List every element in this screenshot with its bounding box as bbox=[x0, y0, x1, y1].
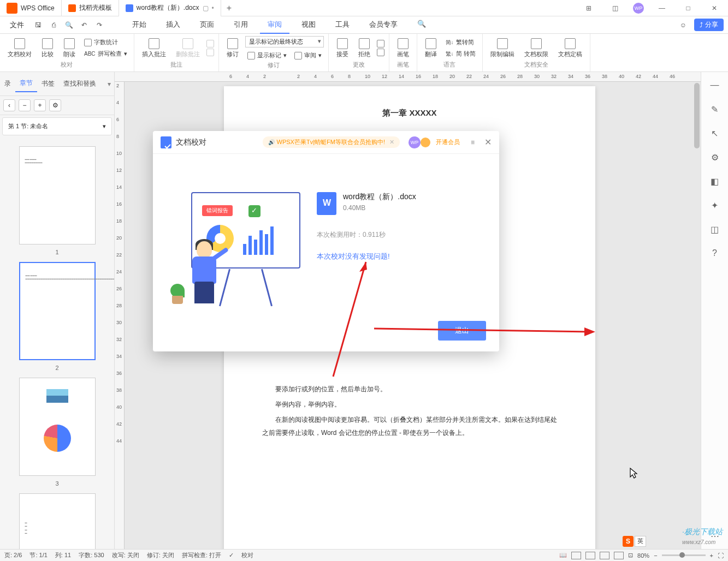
tab-start[interactable]: 开始 bbox=[125, 16, 154, 34]
next-change-icon[interactable] bbox=[377, 49, 384, 56]
reject-button[interactable]: 拒绝 bbox=[355, 37, 374, 59]
review-pane-button[interactable]: 审阅 ▾ bbox=[292, 50, 324, 61]
tab-reference[interactable]: 引用 bbox=[226, 16, 256, 34]
help-icon[interactable]: ? bbox=[708, 247, 721, 260]
edit-icon[interactable]: ✎ bbox=[708, 103, 721, 116]
share-button[interactable]: ⤴ 分享 bbox=[694, 19, 724, 31]
tools-icon[interactable]: ✦ bbox=[708, 199, 721, 212]
status-proof[interactable]: 校对 bbox=[241, 551, 253, 559]
fit-icon[interactable]: ⊡ bbox=[628, 552, 633, 559]
status-page[interactable]: 页: 2/6 bbox=[4, 551, 22, 559]
sidebar-prev-button[interactable]: ‹ bbox=[3, 99, 15, 111]
print-icon[interactable]: ⎙ bbox=[47, 19, 60, 32]
app-tab[interactable]: WPS Office bbox=[0, 0, 62, 16]
document-tab[interactable]: word教程（新）.docx ▢ • bbox=[119, 0, 221, 16]
close-button[interactable]: ✕ bbox=[706, 0, 723, 16]
book-icon[interactable]: 📖 bbox=[559, 552, 567, 559]
sidebar-chevron-icon[interactable]: ▾ bbox=[108, 80, 114, 88]
tab-menu-icon[interactable]: ▢ bbox=[203, 4, 209, 12]
thumbnail-page-3[interactable] bbox=[19, 378, 96, 476]
status-spell[interactable]: 拼写检查: 打开 bbox=[182, 551, 221, 559]
bookmark-icon[interactable]: ◫ bbox=[708, 223, 721, 236]
finalize-button[interactable]: 文档定稿 bbox=[555, 37, 585, 59]
exit-button[interactable]: 退出 bbox=[438, 321, 486, 341]
word-count-button[interactable]: 字数统计 bbox=[82, 37, 129, 47]
tab-tools[interactable]: 工具 bbox=[328, 16, 357, 34]
view-mode-4[interactable] bbox=[614, 552, 624, 559]
compare-button[interactable]: 比较 bbox=[38, 37, 57, 59]
modal-menu-icon[interactable]: ≡ bbox=[471, 139, 475, 146]
vertical-scrollbar[interactable] bbox=[694, 83, 700, 538]
new-tab-button[interactable]: + bbox=[221, 3, 237, 13]
translate-button[interactable]: 翻译 bbox=[422, 37, 440, 59]
vertical-ruler[interactable]: 2468101214161820222426283032343638404244 bbox=[115, 82, 125, 549]
doc-permission-button[interactable]: 文档权限 bbox=[521, 37, 552, 59]
redo-icon[interactable]: ↷ bbox=[93, 19, 106, 32]
collapse-icon[interactable]: — bbox=[708, 79, 721, 92]
tab-vip[interactable]: 会员专享 bbox=[362, 16, 405, 34]
save-icon[interactable]: 🖫 bbox=[32, 19, 45, 32]
sidebar-add-button[interactable]: + bbox=[34, 99, 46, 111]
revise-button[interactable]: 修订 bbox=[223, 37, 242, 59]
sidebar-settings-button[interactable]: ⚙ bbox=[49, 99, 61, 111]
status-words[interactable]: 字数: 530 bbox=[79, 551, 104, 559]
pen-button[interactable]: 画笔 bbox=[394, 37, 412, 59]
file-menu[interactable]: 文件 bbox=[4, 18, 29, 32]
status-revise[interactable]: 修订: 关闭 bbox=[147, 551, 174, 559]
view-mode-1[interactable] bbox=[571, 552, 581, 559]
select-icon[interactable]: ↖ bbox=[708, 127, 721, 140]
doc-check-button[interactable]: 文档校对 bbox=[4, 37, 35, 59]
settings-icon[interactable]: ⚙ bbox=[708, 151, 721, 164]
read-aloud-button[interactable]: 朗读 bbox=[60, 37, 79, 59]
vip-text[interactable]: 开通会员 bbox=[436, 138, 460, 146]
tab-close-icon[interactable]: • bbox=[212, 4, 214, 12]
insert-comment-button[interactable]: 插入批注 bbox=[139, 37, 169, 59]
restrict-edit-button[interactable]: 限制编辑 bbox=[487, 37, 518, 59]
undo-icon[interactable]: ↶ bbox=[78, 19, 91, 32]
cube-icon[interactable]: ◫ bbox=[607, 0, 623, 16]
maximize-button[interactable]: □ bbox=[680, 0, 696, 16]
thumbnail-page-1[interactable]: ▬▬ ▬▬▬▬▬▬▬▬▬▬▬ bbox=[19, 146, 96, 244]
tab-insert[interactable]: 插入 bbox=[158, 16, 188, 34]
to-traditional-button[interactable]: 简↓繁转简 bbox=[443, 37, 478, 47]
sidebar-tab-find[interactable]: 查找和替换 bbox=[59, 76, 100, 92]
fullscreen-icon[interactable]: ⛶ bbox=[718, 552, 724, 559]
view-mode-2[interactable] bbox=[585, 552, 595, 559]
status-spell-icon[interactable]: ✓ bbox=[229, 552, 234, 559]
to-simplified-button[interactable]: 繁↓简 转简 bbox=[443, 49, 478, 59]
show-markup-button[interactable]: 显示标记 ▾ bbox=[245, 50, 289, 61]
preview-icon[interactable]: 🔍 bbox=[62, 19, 75, 32]
sidebar-tab-sections[interactable]: 章节 bbox=[15, 75, 37, 92]
zoom-in-button[interactable]: + bbox=[710, 552, 713, 559]
minimize-button[interactable]: — bbox=[654, 0, 670, 16]
horizontal-ruler[interactable]: 6422468101214161820222426283032343638404… bbox=[115, 72, 701, 82]
layers-icon[interactable]: ◧ bbox=[708, 175, 721, 188]
tab-page[interactable]: 页面 bbox=[192, 16, 222, 34]
template-tab[interactable]: 找稻壳模板 bbox=[62, 0, 119, 16]
search-icon[interactable]: 🔍 bbox=[410, 16, 434, 34]
section-selector[interactable]: 第 1 节: 未命名 ▾ bbox=[2, 117, 112, 135]
zoom-out-button[interactable]: − bbox=[654, 552, 657, 559]
zoom-value[interactable]: 80% bbox=[637, 552, 649, 559]
accept-button[interactable]: 接受 bbox=[333, 37, 352, 59]
grid-icon[interactable]: ⊞ bbox=[581, 0, 597, 16]
thumbnail-page-2[interactable]: ▬▬ ▬▬▬▬▬▬▬▬▬▬▬▬▬▬▬▬▬▬▬▬▬▬▬▬▬▬▬▬▬▬▬▬▬▬▬▬▬… bbox=[19, 262, 96, 360]
sidebar-tab-toc[interactable]: 录 bbox=[0, 76, 15, 92]
smiley-icon[interactable]: ☺ bbox=[677, 19, 690, 32]
tab-review[interactable]: 审阅 bbox=[260, 16, 289, 34]
zoom-slider[interactable] bbox=[662, 554, 706, 556]
status-col[interactable]: 列: 11 bbox=[55, 551, 71, 559]
view-mode-3[interactable] bbox=[600, 552, 609, 559]
user-avatar[interactable]: WP bbox=[633, 3, 644, 14]
prev-change-icon[interactable] bbox=[377, 40, 384, 47]
spell-check-button[interactable]: ABC拼写检查 ▾ bbox=[82, 49, 129, 59]
display-state-select[interactable]: 显示标记的最终状态 bbox=[245, 36, 324, 47]
thumbnail-page-4[interactable]: ▬▬▬▬ bbox=[19, 493, 96, 549]
modal-avatar[interactable]: WP bbox=[409, 136, 421, 148]
tab-view[interactable]: 视图 bbox=[294, 16, 323, 34]
status-section[interactable]: 节: 1/1 bbox=[29, 551, 47, 559]
status-track[interactable]: 改写: 关闭 bbox=[112, 551, 139, 559]
modal-close-button[interactable]: ✕ bbox=[484, 137, 492, 147]
sidebar-tab-bookmarks[interactable]: 书签 bbox=[37, 76, 59, 92]
sidebar-remove-button[interactable]: − bbox=[19, 99, 31, 111]
